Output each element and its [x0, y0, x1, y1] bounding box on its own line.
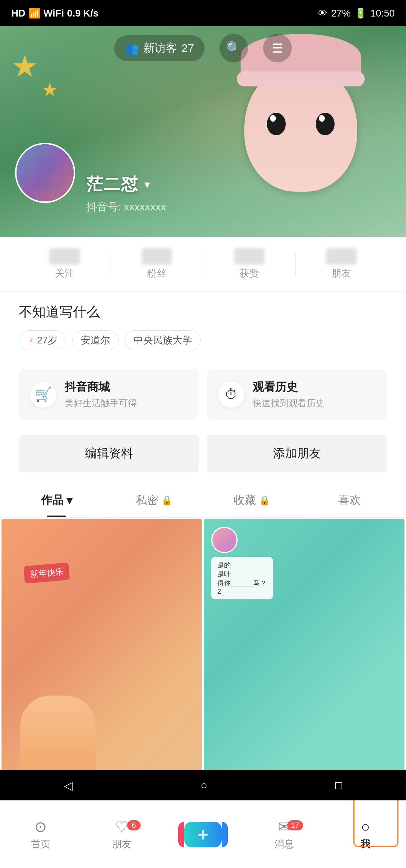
mini-avatar — [211, 527, 238, 553]
signal-icon: 📶 — [29, 8, 41, 19]
messages-badge: 17 — [287, 820, 303, 830]
cartoon-eye-right — [316, 113, 335, 135]
tab-private[interactable]: 私密 🔒 — [105, 484, 203, 517]
cartoon-eye-left — [267, 113, 286, 135]
tab-works-dropdown: ▾ — [67, 494, 72, 507]
system-nav-bar: ◁ ○ □ — [0, 770, 406, 800]
me-icon: ○ — [361, 818, 370, 835]
stat-likes-value: 一计 — [234, 248, 264, 265]
stat-following[interactable]: 0关注 关注 — [19, 248, 111, 280]
tag-school[interactable]: 中央民族大学 — [125, 330, 201, 350]
history-card[interactable]: ⏱ 观看历史 快速找到观看历史 — [207, 369, 387, 420]
cartoon-head — [244, 64, 357, 192]
buttons-row: 编辑资料 添加朋友 — [0, 431, 406, 484]
status-bar: HD 📶 WiFi 0.9 K/s 👁 27% 🔋 10:50 — [0, 0, 406, 26]
nav-messages[interactable]: 17 ✉ 消息 — [244, 818, 325, 851]
avatar-image: 👤 — [17, 144, 74, 201]
friends-icon: ♡ — [115, 818, 129, 835]
shop-title: 抖音商城 — [65, 380, 137, 395]
stat-friends-label: 朋友 — [296, 267, 388, 280]
chat-bubble: 是的 是叶 得你______马？ 2___________ — [211, 557, 273, 599]
friends-label: 朋友 — [112, 838, 132, 851]
tab-favorites-label: 收藏 — [233, 493, 256, 508]
stat-likes-label: 获赞 — [203, 267, 295, 280]
tab-likes-label: 喜欢 — [338, 493, 361, 508]
nav-home[interactable]: ⊙ 首页 — [0, 818, 81, 851]
tab-likes[interactable]: 喜欢 — [301, 484, 398, 517]
battery-icon: 🔋 — [354, 8, 367, 19]
status-left: HD 📶 WiFi 0.9 K/s — [11, 8, 98, 19]
star-decoration-2: ★ — [41, 79, 58, 101]
shop-card[interactable]: 🛒 抖音商城 美好生活触手可得 — [19, 369, 199, 420]
tab-works[interactable]: 作品 ▾ — [8, 484, 105, 517]
avatar[interactable]: 👤 — [15, 143, 75, 203]
bottom-nav: ⊙ 首页 6 ♡ 朋友 + 17 ✉ 消息 ○ 我 — [0, 800, 406, 868]
shop-texts: 抖音商城 美好生活触手可得 — [65, 380, 137, 409]
tab-favorites-lock-icon: 🔒 — [259, 495, 270, 506]
me-label: 我 — [361, 838, 370, 851]
back-button[interactable]: ◁ — [64, 779, 73, 792]
history-subtitle: 快速找到观看历史 — [253, 397, 325, 409]
visitors-label: 新访客 — [143, 41, 177, 56]
add-friend-button[interactable]: 添加朋友 — [207, 435, 387, 472]
gender-icon: ♀ — [27, 334, 35, 346]
stat-friends[interactable]: 3必名 朋友 — [296, 248, 388, 280]
new-year-tag: 新年快乐 — [23, 563, 70, 584]
recent-button[interactable]: □ — [335, 779, 342, 792]
search-button[interactable]: 🔍 — [220, 34, 248, 62]
username-dropdown-icon[interactable]: ▾ — [144, 178, 150, 191]
history-texts: 观看历史 快速找到观看历史 — [253, 380, 325, 409]
eye-icon: 👁 — [318, 8, 327, 19]
tab-works-label: 作品 — [41, 493, 64, 508]
battery-text: 27% — [331, 8, 351, 19]
home-label: 首页 — [31, 838, 50, 851]
stat-fans[interactable]: 1.4万 粉丝 — [111, 248, 203, 280]
stats-row: 0关注 关注 1.4万 粉丝 一计 获赞 3必名 朋友 — [0, 237, 406, 292]
stat-following-value: 0关注 — [49, 248, 80, 265]
shop-icon: 🛒 — [30, 381, 56, 408]
nav-add[interactable]: + — [162, 822, 244, 847]
time-display: 10:50 — [370, 8, 395, 19]
friends-badge: 6 — [127, 820, 141, 830]
age-label: 27岁 — [37, 334, 58, 347]
visitors-icon: 👥 — [125, 42, 139, 55]
user-id: 抖音号: xxxxxxxx — [86, 200, 166, 214]
bio-text: 不知道写什么 — [19, 303, 387, 321]
action-cards: 🛒 抖音商城 美好生活触手可得 ⏱ 观看历史 快速找到观看历史 — [0, 358, 406, 431]
history-icon: ⏱ — [218, 381, 244, 408]
tab-favorites[interactable]: 收藏 🔒 — [203, 484, 301, 517]
add-button[interactable]: + — [184, 822, 222, 847]
hero-section: ★ ★ 👥 新访客 27 🔍 ☰ 👤 茫二怼 ▾ — [0, 26, 406, 237]
username-row: 茫二怼 ▾ — [86, 173, 150, 195]
edit-profile-button[interactable]: 编辑资料 — [19, 435, 199, 472]
speed-indicator: 0.9 K/s — [67, 8, 98, 19]
history-title: 观看历史 — [253, 380, 325, 395]
header-bar: 👥 新访客 27 🔍 ☰ — [0, 34, 406, 62]
tag-location[interactable]: 安道尔 — [72, 330, 119, 350]
location-label: 安道尔 — [81, 334, 110, 347]
wifi-icon: WiFi — [44, 8, 64, 19]
nav-me[interactable]: ○ 我 — [325, 818, 406, 851]
visitors-count: 27 — [182, 42, 194, 54]
tabs-row: 作品 ▾ 私密 🔒 收藏 🔒 喜欢 — [0, 484, 406, 518]
hd-badge: HD — [11, 8, 26, 19]
tab-private-label: 私密 — [136, 493, 158, 508]
bio-section: 不知道写什么 ♀ 27岁 安道尔 中央民族大学 — [0, 292, 406, 358]
stat-likes[interactable]: 一计 获赞 — [203, 248, 295, 280]
menu-button[interactable]: ☰ — [263, 34, 292, 62]
visitors-button[interactable]: 👥 新访客 27 — [114, 35, 205, 61]
nav-friends[interactable]: 6 ♡ 朋友 — [81, 818, 162, 851]
plus-icon: + — [197, 824, 208, 845]
messages-label: 消息 — [274, 838, 294, 851]
avatar-section: 👤 — [15, 143, 75, 203]
tag-age[interactable]: ♀ 27岁 — [19, 330, 66, 350]
username: 茫二怼 — [86, 173, 138, 195]
search-icon: 🔍 — [226, 41, 242, 56]
home-button[interactable]: ○ — [200, 779, 207, 792]
nav-active-indicator — [353, 794, 398, 847]
home-icon: ⊙ — [34, 818, 47, 835]
shop-subtitle: 美好生活触手可得 — [65, 397, 137, 409]
status-right: 👁 27% 🔋 10:50 — [318, 8, 395, 19]
stat-fans-label: 粉丝 — [111, 267, 203, 280]
school-label: 中央民族大学 — [133, 334, 192, 347]
